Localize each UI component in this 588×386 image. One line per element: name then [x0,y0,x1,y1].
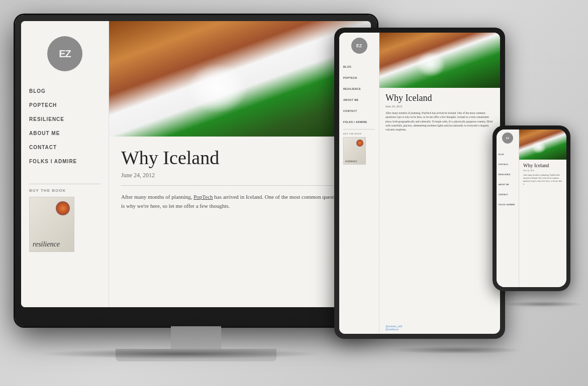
nav-item-poptech[interactable]: POPTECH [29,97,101,111]
phone-steam [531,141,546,154]
tablet-logo-text: EZ [356,43,362,48]
phone-sidebar: EZ BLOG POPTECH RESILIENCE ABOUT ME CONT… [497,130,519,287]
tablet-nav-link-poptech[interactable]: POPTECH [343,76,357,79]
phone-article-content: Why Iceland June 24, 2012 After many mon… [519,160,566,287]
phone-main: Why Iceland June 24, 2012 After many mon… [519,130,566,287]
tablet-book-circle [356,140,363,147]
phone-logo-text: EZ [506,137,509,140]
desktop-sidebar: EZ BLOG POPTECH RESILIENCE ABOUT ME CONT… [21,21,109,307]
tablet-article-title: Why Iceland [385,93,494,103]
tablet-nav-link-folks[interactable]: FOLKS I ADMIRE [343,120,367,123]
phone-bezel: EZ BLOG POPTECH RESILIENCE ABOUT ME CONT… [497,130,566,287]
nav-item-contact[interactable]: CONTACT [29,140,101,154]
nav-link-contact[interactable]: CONTACT [29,145,57,150]
tablet-nav-link-resilience[interactable]: RESILIENCE [343,87,361,90]
phone-nav-resilience[interactable]: RESILIENCE [499,168,517,178]
tablet-nav-poptech[interactable]: POPTECH [343,71,375,82]
article-content: Why Iceland June 24, 2012 After many mon… [109,137,371,307]
monitor-bezel: EZ BLOG POPTECH RESILIENCE ABOUT ME CONT… [21,21,371,307]
phone-device: EZ BLOG POPTECH RESILIENCE ABOUT ME CONT… [493,125,573,311]
sidebar-divider [29,184,101,184]
article-date: June 24, 2012 [121,172,359,179]
phone-nav: BLOG POPTECH RESILIENCE ABOUT ME CONTACT… [499,148,517,208]
phone-nav-blog[interactable]: BLOG [499,148,517,158]
tablet-hero-image [379,33,500,88]
nav-link-blog[interactable]: BLOG [29,88,46,94]
tablet-article-text: After many months of planning, PopTech h… [385,111,494,132]
monitor-shadow [40,349,322,359]
tablet-bezel: EZ BLOG POPTECH RESILIENCE ABOUT ME CONT… [339,33,500,334]
nav-item-about[interactable]: ABOUT ME [29,125,101,140]
tablet-divider [343,129,375,130]
phone-nav-link-contact[interactable]: CONTACT [499,194,508,196]
twitter-handle-2: @resilience [385,328,494,331]
hero-image [109,21,371,137]
tablet-nav-folks[interactable]: FOLKS I ADMIRE [343,115,375,126]
phone-nav-link-folks[interactable]: FOLKS I ADMIRE [499,204,515,206]
nav-link-resilience[interactable]: RESILIENCE [29,116,64,122]
phone-article-text: After many months of planning, PopTech h… [523,174,562,186]
phone-screen: EZ BLOG POPTECH RESILIENCE ABOUT ME CONT… [497,130,566,287]
tablet-main: Why Iceland June 24, 2012 After many mon… [379,33,500,334]
tablet-buy-label: BUY THE BOOK [343,133,375,135]
book-circle-decoration [56,201,70,215]
tablet-nav-link-contact[interactable]: CONTACT [343,109,357,112]
tablet-nav-about[interactable]: ABOUT ME [343,93,375,104]
article-title: Why Iceland [121,147,359,169]
nav-link-poptech[interactable]: POPTECH [29,102,57,108]
nav-item-blog[interactable]: BLOG [29,83,101,97]
phone-outer: EZ BLOG POPTECH RESILIENCE ABOUT ME CONT… [493,125,570,291]
tablet-twitter: @andrew_zolli @resilience [379,322,500,334]
phone-article-title: Why Iceland [523,163,562,168]
tablet-nav-resilience[interactable]: RESILIENCE [343,82,375,93]
phone-shadow [503,301,583,307]
desktop-monitor: EZ BLOG POPTECH RESILIENCE ABOUT ME CONT… [15,15,382,366]
site-logo: EZ [47,36,82,71]
phone-nav-about[interactable]: ABOUT ME [499,178,517,188]
desktop-nav: BLOG POPTECH RESILIENCE ABOUT ME CONTACT… [29,83,101,168]
scene: EZ BLOG POPTECH RESILIENCE ABOUT ME CONT… [0,0,588,386]
tablet-logo: EZ [351,38,367,54]
tablet-outer: EZ BLOG POPTECH RESILIENCE ABOUT ME CONT… [334,28,505,339]
tablet-nav-blog[interactable]: BLOG [343,60,375,71]
tablet-screen: EZ BLOG POPTECH RESILIENCE ABOUT ME CONT… [339,33,500,334]
phone-nav-contact[interactable]: CONTACT [499,188,517,198]
nav-item-resilience[interactable]: RESILIENCE [29,111,101,125]
monitor-outer: EZ BLOG POPTECH RESILIENCE ABOUT ME CONT… [15,15,377,326]
phone-nav-link-blog[interactable]: BLOG [499,154,504,156]
buy-book-label: BUY THE BOOK [29,188,101,193]
phone-nav-link-resilience[interactable]: RESILIENCE [499,174,511,176]
tablet-article-content: Why Iceland June 24, 2012 After many mon… [379,88,500,322]
tablet-steam [416,52,446,77]
nav-item-folks[interactable]: FOLKS I ADMIRE [29,154,101,168]
nav-link-folks[interactable]: FOLKS I ADMIRE [29,159,77,164]
tablet-nav-link-blog[interactable]: BLOG [343,65,351,68]
logo-text: EZ [59,48,71,60]
nav-link-about[interactable]: ABOUT ME [29,131,60,136]
phone-nav-folks[interactable]: FOLKS I ADMIRE [499,198,517,208]
article-excerpt: After many months of planning, PopTech h… [121,193,359,210]
phone-hero-image [519,130,566,160]
phone-logo: EZ [502,133,513,144]
monitor-stand-neck [171,326,221,351]
article-divider [121,185,359,186]
tablet-book-cover[interactable]: resilience [343,137,366,165]
desktop-main-content: Why Iceland June 24, 2012 After many mon… [109,21,371,307]
book-title: resilience [33,240,60,248]
book-cover[interactable]: resilience [29,197,74,252]
phone-nav-link-about[interactable]: ABOUT ME [499,184,509,186]
tablet-nav-link-about[interactable]: ABOUT ME [343,98,359,101]
tablet-nav: BLOG POPTECH RESILIENCE ABOUT ME CONTACT… [343,60,375,126]
monitor-screen: EZ BLOG POPTECH RESILIENCE ABOUT ME CONT… [21,21,371,307]
tablet-sidebar: EZ BLOG POPTECH RESILIENCE ABOUT ME CONT… [339,33,379,334]
phone-article-date: June 24, 2012 [523,169,562,172]
tablet-article-date: June 24, 2012 [385,105,494,108]
hero-steam [187,63,248,113]
poptech-link[interactable]: PopTech [193,194,213,200]
phone-nav-link-poptech[interactable]: POPTECH [499,164,508,166]
tablet-book-title: resilience [345,160,357,163]
tablet-shadow [392,346,523,354]
tablet-device: EZ BLOG POPTECH RESILIENCE ABOUT ME CONT… [334,28,505,369]
tablet-nav-contact[interactable]: CONTACT [343,104,375,115]
phone-nav-poptech[interactable]: POPTECH [499,158,517,168]
